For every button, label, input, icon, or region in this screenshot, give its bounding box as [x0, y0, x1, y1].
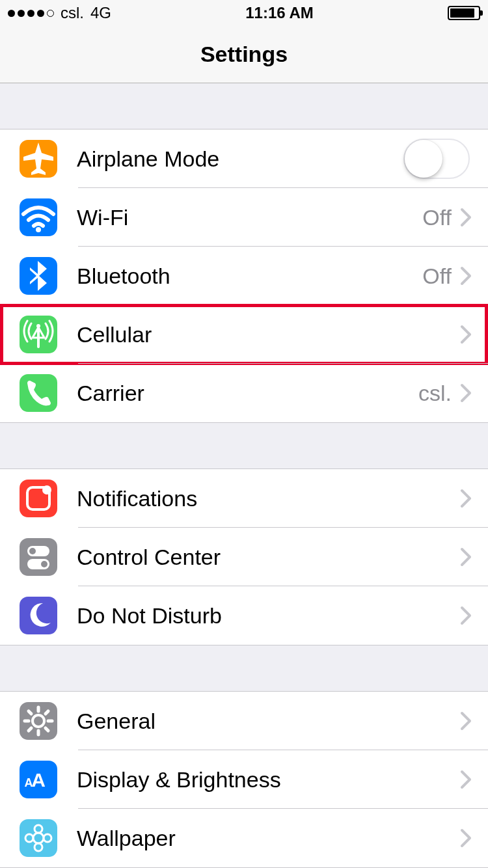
moon-icon — [20, 597, 57, 634]
settings-group: GeneralDisplay & BrightnessWallpaper — [0, 691, 488, 868]
settings-row-cellular[interactable]: Cellular — [0, 305, 488, 364]
chevron-right-icon — [459, 488, 472, 509]
settings-row-control-center[interactable]: Control Center — [0, 528, 488, 586]
chevron-right-icon — [459, 324, 472, 345]
row-label: Control Center — [77, 545, 459, 570]
wifi-icon — [20, 198, 57, 236]
status-bar: csl. 4G 11:16 AM — [0, 0, 488, 26]
settings-row-notifications[interactable]: Notifications — [0, 469, 488, 528]
chevron-right-icon — [459, 769, 472, 790]
settings-row-dnd[interactable]: Do Not Disturb — [0, 586, 488, 645]
row-value: csl. — [418, 381, 452, 406]
row-label: Bluetooth — [77, 264, 422, 289]
settings-group: NotificationsControl CenterDo Not Distur… — [0, 468, 488, 645]
row-value: Off — [422, 205, 452, 230]
cellular-icon — [20, 316, 57, 353]
settings-row-bluetooth[interactable]: BluetoothOff — [0, 247, 488, 305]
wallpaper-icon — [20, 819, 57, 857]
settings-row-general[interactable]: General — [0, 692, 488, 750]
chevron-right-icon — [459, 265, 472, 286]
page-title: Settings — [200, 42, 288, 67]
settings-row-wallpaper[interactable]: Wallpaper — [0, 809, 488, 867]
chevron-right-icon — [459, 828, 472, 848]
status-network: 4G — [90, 4, 111, 22]
row-label: Notifications — [77, 486, 459, 511]
row-label: Wallpaper — [77, 826, 459, 851]
settings-group: Airplane ModeWi-FiOffBluetoothOffCellula… — [0, 129, 488, 423]
chevron-right-icon — [459, 383, 472, 403]
display-icon — [20, 761, 57, 798]
status-time: 11:16 AM — [245, 4, 313, 22]
chevron-right-icon — [459, 547, 472, 567]
row-label: Cellular — [77, 322, 459, 347]
row-label: Airplane Mode — [77, 146, 403, 172]
row-label: General — [77, 709, 459, 734]
control-center-icon — [20, 538, 57, 576]
row-value: Off — [422, 264, 452, 289]
settings-row-display[interactable]: Display & Brightness — [0, 750, 488, 809]
gear-icon — [20, 702, 57, 740]
bluetooth-icon — [20, 257, 57, 295]
chevron-right-icon — [459, 207, 472, 228]
status-carrier: csl. — [61, 4, 84, 22]
row-label: Carrier — [77, 381, 418, 406]
row-label: Wi-Fi — [77, 205, 422, 230]
status-right — [448, 6, 480, 20]
row-label: Display & Brightness — [77, 767, 459, 793]
notifications-icon — [20, 480, 57, 517]
toggle-airplane-mode[interactable] — [403, 139, 470, 179]
nav-bar: Settings — [0, 26, 488, 83]
settings-row-wifi[interactable]: Wi-FiOff — [0, 188, 488, 247]
settings-row-airplane-mode[interactable]: Airplane Mode — [0, 129, 488, 188]
status-left: csl. 4G — [8, 4, 111, 22]
chevron-right-icon — [459, 605, 472, 626]
settings-row-carrier[interactable]: Carriercsl. — [0, 364, 488, 422]
chevron-right-icon — [459, 711, 472, 731]
airplane-icon — [20, 140, 57, 178]
battery-icon — [448, 6, 480, 20]
row-label: Do Not Disturb — [77, 603, 459, 629]
signal-strength-icon — [8, 10, 54, 17]
phone-icon — [20, 374, 57, 412]
